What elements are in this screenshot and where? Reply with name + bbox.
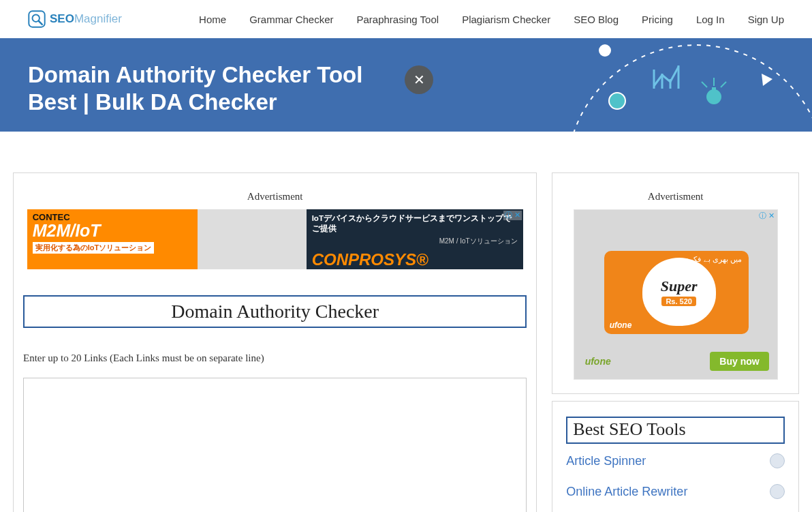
- nav-pricing[interactable]: Pricing: [642, 14, 673, 25]
- svg-marker-15: [762, 74, 772, 86]
- ad-ufone-logo-card: ufone: [610, 320, 632, 330]
- svg-point-5: [609, 93, 625, 109]
- logo-text: SEOMagnifier: [50, 12, 122, 26]
- sidebar-tools-title: Best SEO Tools: [573, 419, 778, 440]
- top-nav-bar: SEOMagnifier Home Grammar Checker Paraph…: [0, 0, 812, 38]
- adchoices-icon[interactable]: ⓘ ✕: [759, 211, 775, 221]
- rewriter-icon: [770, 484, 785, 499]
- tool-link-article-rewriter[interactable]: Online Article Rewriter: [566, 484, 687, 500]
- ad-jp-line1: IoTデバイスからクラウドサービスまでワンストップでご提供: [312, 213, 518, 234]
- content-row: Advertisment CONTEC M2M/IoT 実用化する為のIoTソリ…: [7, 172, 805, 512]
- ad-device-image: [198, 209, 307, 269]
- ad-m2m-text: M2M/IoT: [33, 221, 192, 241]
- tool-title-box: Domain Authority Checker: [23, 295, 527, 328]
- sidebar-tools-title-box: Best SEO Tools: [566, 417, 785, 444]
- ad-label-side: Advertisment: [563, 191, 787, 202]
- page-title-line2: Best | Bulk DA Checker: [28, 89, 277, 115]
- links-textarea[interactable]: [23, 378, 527, 512]
- ad-label-main: Advertisment: [23, 191, 527, 202]
- nav-signup[interactable]: Sign Up: [748, 14, 784, 25]
- main-panel: Advertisment CONTEC M2M/IoT 実用化する為のIoTソリ…: [13, 172, 537, 512]
- ad-buy-now-button[interactable]: Buy now: [710, 352, 768, 371]
- nav-login[interactable]: Log In: [696, 14, 725, 25]
- svg-point-4: [599, 44, 611, 57]
- nav-links: Home Grammar Checker Paraphrasing Tool P…: [199, 14, 784, 25]
- svg-rect-11: [712, 87, 716, 91]
- ad-ufone-logo-bottom: ufone: [585, 356, 611, 367]
- adchoices-icon[interactable]: ⓘ ✕: [503, 211, 522, 220]
- ad-banner-side[interactable]: ⓘ ✕ میں بھری بے فکری Super Rs. 520 ufone…: [574, 209, 778, 380]
- links-input-label: Enter up to 20 Links (Each Links must be…: [23, 352, 527, 364]
- tool-link-row: Online Article Rewriter: [566, 484, 785, 500]
- ad-jp-line2: M2M / IoTソリューション: [312, 237, 518, 246]
- sidebar-tools-box: Best SEO Tools Article Spinner Online Ar…: [552, 401, 799, 512]
- ad-super-text: Super: [661, 277, 698, 295]
- close-overlay-button[interactable]: ✕: [405, 65, 433, 94]
- site-logo[interactable]: SEOMagnifier: [28, 10, 122, 28]
- logo-magnifier-text: Magnifier: [74, 12, 122, 25]
- tool-link-article-spinner[interactable]: Article Spinner: [566, 453, 646, 469]
- nav-grammar-checker[interactable]: Grammar Checker: [249, 14, 333, 25]
- nav-container: SEOMagnifier Home Grammar Checker Paraph…: [7, 0, 805, 38]
- ad-jp-small-text: 実用化する為のIoTソリューション: [33, 242, 155, 254]
- ad-price-badge: Rs. 520: [661, 297, 696, 306]
- ad-right-block: IoTデバイスからクラウドサービスまでワンストップでご提供 M2M / IoTソ…: [307, 209, 523, 269]
- close-icon: ✕: [413, 72, 425, 88]
- tool-title: Domain Authority Checker: [25, 301, 525, 322]
- ad-conprosys-text: CONPROSYS®: [312, 250, 518, 269]
- spinner-icon: [770, 453, 785, 468]
- sidebar-ad-box: Advertisment ⓘ ✕ میں بھری بے فکری Super …: [552, 172, 799, 394]
- ad-left-block: CONTEC M2M/IoT 実用化する為のIoTソリューション: [27, 209, 198, 269]
- nav-seo-blog[interactable]: SEO Blog: [574, 14, 619, 25]
- svg-point-10: [706, 89, 721, 104]
- logo-seo-text: SEO: [50, 12, 74, 25]
- ad-banner-main[interactable]: CONTEC M2M/IoT 実用化する為のIoTソリューション IoTデバイス…: [27, 209, 523, 269]
- nav-paraphrasing-tool[interactable]: Paraphrasing Tool: [356, 14, 439, 25]
- magnifier-icon: [28, 10, 46, 28]
- nav-plagiarism-checker[interactable]: Plagiarism Checker: [462, 14, 550, 25]
- page-title-line1: Domain Authority Checker Tool: [28, 62, 362, 87]
- hero-decoration-icon: [553, 38, 812, 132]
- sidebar: Advertisment ⓘ ✕ میں بھری بے فکری Super …: [552, 172, 799, 512]
- svg-line-13: [721, 82, 726, 87]
- svg-line-12: [702, 82, 707, 87]
- page-hero: ✕ Domain Authority Checker Tool Best | B…: [0, 38, 812, 132]
- svg-point-3: [567, 45, 812, 132]
- tool-link-row: Article Spinner: [566, 453, 785, 469]
- nav-home[interactable]: Home: [199, 14, 226, 25]
- ad-super-circle: Super Rs. 520: [642, 258, 716, 326]
- svg-line-2: [39, 21, 42, 25]
